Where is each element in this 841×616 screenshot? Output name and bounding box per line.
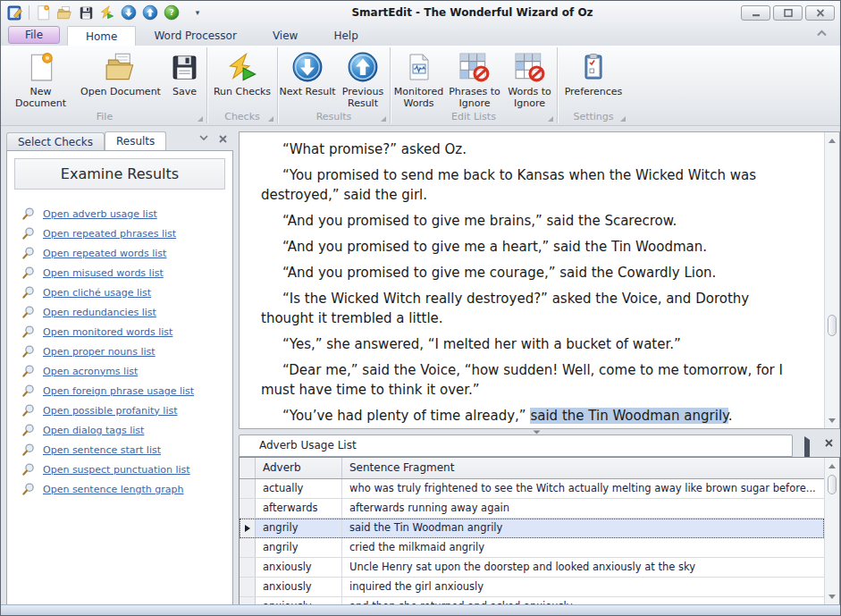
save-icon[interactable] bbox=[75, 3, 97, 22]
open-repeated-phrases-list-link[interactable]: Open repeated phrases list bbox=[43, 228, 176, 240]
minimize-button[interactable] bbox=[741, 5, 770, 21]
magnifier-icon bbox=[21, 207, 35, 221]
paragraph: “You promised to send me back to Kansas … bbox=[261, 165, 791, 205]
run-checks-icon bbox=[226, 50, 258, 84]
open-misused-words-list-link[interactable]: Open misused words list bbox=[43, 267, 164, 279]
open-acronyms-list-link[interactable]: Open acronyms list bbox=[43, 366, 138, 377]
list-item: Open misused words list bbox=[7, 263, 232, 283]
row-selector[interactable] bbox=[240, 538, 256, 557]
table-scrollbar[interactable] bbox=[824, 458, 839, 604]
table-row[interactable]: angrily cried the milkmaid angrily bbox=[240, 538, 824, 558]
magnifier-icon bbox=[21, 325, 35, 339]
app-icon[interactable] bbox=[4, 3, 26, 22]
chevron-up-icon[interactable] bbox=[816, 30, 828, 37]
group-label: Checks bbox=[224, 111, 260, 122]
tab-file[interactable]: File bbox=[8, 26, 60, 44]
scroll-up-icon[interactable] bbox=[825, 133, 839, 148]
panel-close-icon[interactable] bbox=[825, 439, 833, 447]
group-label: Results bbox=[316, 111, 352, 122]
open-proper-nouns-list-link[interactable]: Open proper nouns list bbox=[43, 346, 156, 358]
open-dialog-tags-list-link[interactable]: Open dialog tags list bbox=[43, 425, 144, 436]
open-document-icon[interactable] bbox=[54, 3, 75, 22]
panel-close-icon[interactable] bbox=[219, 135, 227, 143]
open-monitored-words-list-link[interactable]: Open monitored words list bbox=[43, 326, 172, 338]
phrases-to-ignore-button[interactable]: Phrases to Ignore bbox=[447, 50, 502, 109]
ribbon-group-settings: Preferences Settings bbox=[558, 46, 629, 125]
tab-help[interactable]: Help bbox=[315, 26, 375, 46]
next-result-button[interactable]: Next Result bbox=[279, 50, 336, 97]
tab-view[interactable]: View bbox=[255, 26, 315, 46]
group-label: Settings bbox=[573, 111, 613, 122]
magnifier-icon bbox=[21, 227, 35, 240]
open-adverb-usage-list-link[interactable]: Open adverb usage list bbox=[43, 208, 157, 220]
previous-result-icon[interactable] bbox=[139, 3, 161, 22]
adverb-list-panel-title: Adverb Usage List bbox=[239, 435, 793, 457]
tab-select-checks[interactable]: Select Checks bbox=[6, 132, 105, 151]
open-foreign-phrase-usage-list-link[interactable]: Open foreign phrase usage list bbox=[43, 385, 194, 397]
run-checks-button[interactable]: Run Checks bbox=[209, 50, 275, 97]
table-row-selected[interactable]: angrily said the Tin Woodman angrily bbox=[240, 519, 824, 538]
save-button[interactable]: Save bbox=[164, 50, 206, 97]
fragment-cell: Uncle Henry sat upon the doorstep and lo… bbox=[342, 558, 824, 577]
words-to-ignore-button[interactable]: Words to Ignore bbox=[503, 50, 557, 109]
dialog-launcher-icon[interactable] bbox=[548, 116, 553, 122]
tab-word-processor[interactable]: Word Processor bbox=[136, 26, 254, 46]
open-document-button[interactable]: Open Document bbox=[79, 50, 163, 97]
open-repeated-words-list-link[interactable]: Open repeated words list bbox=[43, 248, 166, 259]
row-selector[interactable] bbox=[240, 519, 256, 537]
toolbar-more-icon[interactable]: ▾ bbox=[191, 8, 204, 17]
row-selector[interactable] bbox=[240, 558, 256, 577]
help-icon[interactable]: ? bbox=[161, 3, 182, 22]
scrollbar-thumb[interactable] bbox=[828, 475, 837, 494]
open-sentence-start-list-link[interactable]: Open sentence start list bbox=[43, 444, 161, 456]
scroll-up-icon[interactable] bbox=[825, 459, 839, 473]
table-row[interactable]: anxiously inquired the girl anxiously bbox=[240, 578, 824, 597]
table-rows: Adverb Sentence Fragment actually who wa… bbox=[240, 458, 824, 604]
open-cliche-usage-list-link[interactable]: Open cliché usage list bbox=[43, 287, 151, 299]
magnifier-icon bbox=[21, 306, 35, 319]
paragraph: “Is the Wicked Witch really destroyed?” … bbox=[261, 289, 791, 328]
open-sentence-length-graph-link[interactable]: Open sentence length graph bbox=[43, 484, 183, 495]
group-label: File bbox=[97, 111, 113, 122]
new-document-button[interactable]: New Document bbox=[4, 50, 78, 109]
magnifier-icon bbox=[21, 345, 35, 359]
panel-menu-icon[interactable] bbox=[199, 135, 208, 140]
list-item: Open adverb usage list bbox=[7, 204, 232, 224]
ribbon-group-footer: Edit Lists bbox=[391, 111, 557, 125]
dialog-launcher-icon[interactable] bbox=[268, 116, 273, 122]
previous-result-button[interactable]: Previous Result bbox=[337, 50, 389, 109]
document-scrollbar[interactable] bbox=[824, 132, 839, 428]
document-editor[interactable]: “What promise?” asked Oz. “You promised … bbox=[239, 131, 840, 429]
scroll-down-icon[interactable] bbox=[825, 589, 839, 603]
open-possible-profanity-list-link[interactable]: Open possible profanity list bbox=[43, 405, 178, 417]
open-redundancies-list-link[interactable]: Open redundancies list bbox=[43, 307, 156, 318]
close-button[interactable] bbox=[805, 5, 835, 21]
fragment-cell: cried the milkmaid angrily bbox=[342, 538, 824, 557]
magnifier-icon bbox=[21, 365, 35, 378]
row-selector[interactable] bbox=[240, 479, 256, 498]
panel-expand-icon[interactable] bbox=[804, 440, 810, 457]
tab-results[interactable]: Results bbox=[105, 131, 166, 151]
preferences-button[interactable]: Preferences bbox=[559, 50, 627, 97]
maximize-button[interactable] bbox=[773, 5, 803, 21]
adverb-cell: afterwards bbox=[256, 499, 342, 518]
tab-home[interactable]: Home bbox=[67, 26, 136, 46]
table-row[interactable]: afterwards afterwards running away again bbox=[240, 499, 824, 519]
table-row[interactable]: actually who was truly frightened to see… bbox=[240, 479, 824, 499]
column-header-fragment[interactable]: Sentence Fragment bbox=[342, 458, 824, 478]
run-checks-icon[interactable] bbox=[97, 3, 118, 22]
dialog-launcher-icon[interactable] bbox=[620, 116, 626, 122]
monitored-words-button[interactable]: Monitored Words bbox=[391, 50, 447, 109]
column-header-adverb[interactable]: Adverb bbox=[256, 458, 342, 478]
next-result-icon[interactable] bbox=[118, 3, 139, 22]
row-selector[interactable] bbox=[240, 499, 256, 518]
row-selector[interactable] bbox=[240, 578, 256, 596]
dialog-launcher-icon[interactable] bbox=[198, 116, 203, 122]
open-suspect-punctuation-list-link[interactable]: Open suspect punctuation list bbox=[43, 464, 190, 476]
table-row[interactable]: anxiously Uncle Henry sat upon the doors… bbox=[240, 558, 824, 578]
scrollbar-thumb[interactable] bbox=[828, 315, 837, 336]
paragraph: “And you promised to give me courage,” s… bbox=[261, 263, 791, 283]
dialog-launcher-icon[interactable] bbox=[381, 116, 386, 122]
scroll-down-icon[interactable] bbox=[825, 413, 839, 427]
new-document-icon[interactable] bbox=[32, 3, 54, 22]
